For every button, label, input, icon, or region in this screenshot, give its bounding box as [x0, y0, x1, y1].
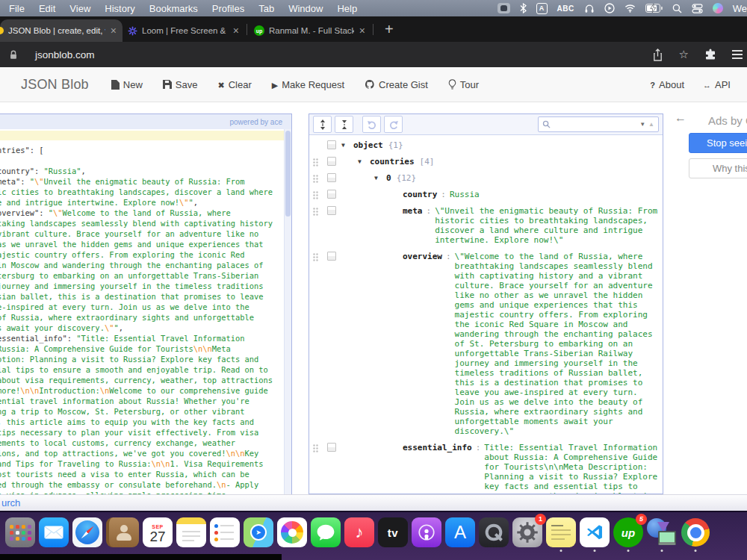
dock-messages[interactable] [311, 517, 341, 547]
menu-profiles[interactable]: Profiles [212, 3, 244, 14]
bookmark-star-icon[interactable]: ☆ [679, 48, 689, 61]
row-menu-button[interactable] [327, 140, 336, 149]
drag-handle-icon[interactable] [313, 208, 319, 216]
expand-triangle-icon[interactable]: ▼ [341, 140, 353, 150]
menu-history[interactable]: History [105, 3, 134, 14]
expand-all-button[interactable] [313, 116, 332, 133]
control-center-icon[interactable] [692, 4, 703, 13]
drag-handle-icon[interactable] [313, 444, 319, 452]
site-brand[interactable]: JSON Blob [21, 77, 89, 93]
drag-handle-icon[interactable] [313, 175, 319, 183]
new-button[interactable]: New [111, 79, 143, 90]
dock-launchpad[interactable] [5, 517, 35, 547]
menu-file[interactable]: File [9, 3, 25, 14]
dock-remote[interactable] [647, 517, 677, 547]
row-menu-button[interactable] [327, 206, 336, 215]
dock-appletv[interactable]: tv [378, 517, 408, 547]
browser-menu-icon[interactable] [732, 50, 743, 59]
tree-value[interactable]: \"Welcome to the land of Russia, where b… [455, 252, 663, 436]
powered-by-ace-link[interactable]: powered by ace [229, 118, 282, 126]
dock-upwork[interactable]: up5 [613, 517, 643, 547]
collapse-all-button[interactable] [335, 116, 353, 133]
dock-contacts[interactable] [106, 517, 139, 547]
battery-charging-icon[interactable] [645, 4, 663, 13]
dock-quicktime[interactable] [479, 517, 509, 547]
menu-bookmarks[interactable]: Bookmarks [149, 3, 198, 14]
headphones-icon[interactable] [584, 4, 595, 13]
dock-mail[interactable] [39, 517, 69, 547]
row-menu-button[interactable] [327, 173, 336, 182]
search-next-icon[interactable]: ▼ [639, 122, 645, 128]
new-tab-button[interactable]: + [385, 22, 394, 37]
address-bar[interactable]: jsonblob.com [35, 49, 95, 60]
menu-help[interactable]: Help [337, 3, 357, 14]
extensions-puzzle-icon[interactable] [704, 49, 716, 60]
row-menu-button[interactable] [327, 252, 336, 261]
dock-stickies[interactable] [546, 517, 576, 547]
api-button[interactable]: ↔API [703, 79, 731, 90]
row-menu-button[interactable] [327, 443, 336, 452]
menu-view[interactable]: View [69, 3, 90, 14]
siri-icon[interactable] [713, 3, 723, 13]
search-prev-icon[interactable]: ▲ [648, 122, 654, 128]
json-code-editor[interactable]: powered by ace ntries": [country": "Russ… [0, 113, 292, 496]
tree-key[interactable]: countries [370, 157, 415, 167]
tree-value[interactable]: \"Unveil the enigmatic beauty of Russia:… [435, 206, 663, 245]
make-request-button[interactable]: ▶Make Request [272, 79, 344, 90]
tree-search-input[interactable] [554, 119, 636, 130]
drag-handle-icon[interactable] [313, 253, 319, 261]
menu-tab[interactable]: Tab [258, 3, 274, 14]
app-pill-icon[interactable] [498, 3, 510, 13]
browser-tab-1[interactable]: JSON Blob | create, edit, view,× [0, 19, 123, 42]
tree-key[interactable]: essential_info [403, 443, 472, 452]
redo-button[interactable] [384, 116, 403, 133]
create-gist-button[interactable]: Create Gist [365, 79, 428, 90]
menu-window[interactable]: Window [288, 3, 323, 14]
undo-button[interactable] [362, 116, 381, 133]
collapse-sidebar-arrow-icon[interactable]: ← [675, 112, 686, 124]
footer-link[interactable]: urch [1, 497, 20, 508]
search-icon[interactable] [672, 4, 682, 13]
dock-maps[interactable]: ➤ [244, 517, 273, 547]
dock-vscode[interactable] [580, 517, 610, 547]
expand-triangle-icon[interactable]: ▼ [358, 157, 370, 167]
input-source-icon[interactable]: A [536, 3, 548, 14]
tree-key[interactable]: country [403, 190, 437, 199]
stop-seeing-ad-button[interactable]: Stop seei [689, 133, 747, 153]
play-circle-icon[interactable] [604, 3, 615, 13]
tab-close-icon[interactable]: × [110, 25, 117, 36]
dock-safari[interactable] [72, 517, 102, 547]
dock-reminders[interactable] [210, 517, 240, 547]
tab-close-icon[interactable]: × [232, 25, 240, 36]
why-this-ad-button[interactable]: Why this [689, 158, 747, 178]
dock-podcasts[interactable] [412, 517, 441, 547]
drag-handle-icon[interactable] [313, 158, 319, 167]
dock-calendar[interactable]: SEP27 [143, 517, 173, 547]
dock-photos[interactable] [277, 517, 307, 547]
tree-key[interactable]: meta [403, 206, 423, 216]
editor-scrollbar[interactable] [284, 129, 291, 495]
dock-music[interactable]: ♪ [344, 517, 374, 547]
row-menu-button[interactable] [327, 157, 336, 166]
clear-button[interactable]: ✖Clear [218, 79, 252, 90]
tree-key[interactable]: overview [403, 252, 442, 261]
row-menu-button[interactable] [327, 190, 336, 199]
share-icon[interactable] [652, 49, 663, 61]
dock-appstore[interactable]: A [445, 517, 475, 547]
browser-tab-3[interactable]: upRanmal M. - Full Stack Softwar× [249, 19, 371, 42]
tree-key[interactable]: object [353, 140, 383, 150]
dock-notes[interactable] [176, 517, 206, 547]
tree-value[interactable]: Russia [450, 190, 663, 199]
tree-value[interactable]: Title: Essential Travel Information abou… [484, 443, 663, 494]
tree-key[interactable]: 0 [386, 173, 391, 183]
browser-tab-2[interactable]: Loom | Free Screen & Video Re× [123, 19, 245, 42]
about-button[interactable]: ?About [650, 79, 684, 90]
save-button[interactable]: Save [163, 79, 198, 90]
dock-settings[interactable]: 1 [512, 517, 542, 547]
dock-chrome[interactable] [681, 517, 710, 547]
drag-handle-icon[interactable] [313, 191, 319, 199]
menu-edit[interactable]: Edit [39, 3, 55, 14]
tab-close-icon[interactable]: × [359, 25, 366, 36]
bluetooth-icon[interactable] [520, 3, 527, 13]
expand-triangle-icon[interactable]: ▼ [374, 173, 386, 183]
